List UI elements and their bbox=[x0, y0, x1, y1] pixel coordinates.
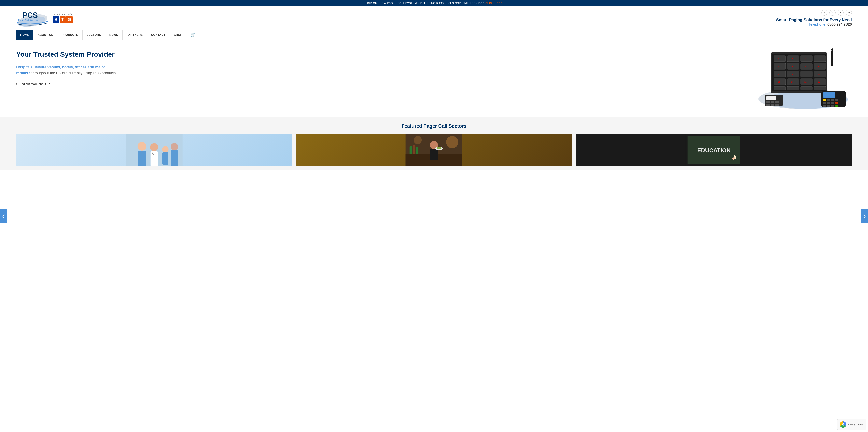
nav-about[interactable]: ABOUT US bbox=[33, 30, 57, 40]
featured-card-healthcare[interactable] bbox=[16, 134, 292, 166]
svg-rect-53 bbox=[827, 102, 830, 104]
site-header: PCS Pager Call Systems in partnership wi… bbox=[0, 6, 868, 30]
svg-text:1: 1 bbox=[778, 58, 779, 60]
svg-rect-50 bbox=[831, 99, 834, 101]
svg-rect-83 bbox=[430, 149, 438, 160]
svg-text:5: 5 bbox=[778, 65, 779, 67]
svg-text:4: 4 bbox=[818, 58, 819, 60]
svg-point-87 bbox=[414, 136, 422, 144]
featured-title: Featured Pager Call Sectors bbox=[16, 123, 852, 129]
hero-rest-text: throughout the UK are currently using PC… bbox=[30, 71, 117, 75]
svg-rect-27 bbox=[814, 86, 826, 90]
svg-point-69 bbox=[137, 142, 147, 151]
nav-shop[interactable]: SHOP bbox=[170, 30, 187, 40]
hero-product-image: 1 2 3 4 5 6 7 8 9 10 11 12 13 14 15 16 bbox=[754, 44, 852, 109]
svg-text:11: 11 bbox=[805, 73, 807, 75]
svg-rect-13 bbox=[787, 63, 799, 69]
nav-products[interactable]: PRODUCTS bbox=[57, 30, 83, 40]
svg-rect-11 bbox=[814, 56, 826, 62]
svg-rect-9 bbox=[787, 56, 799, 62]
svg-rect-48 bbox=[823, 99, 826, 101]
twitter-icon[interactable]: 𝕏 bbox=[830, 9, 836, 15]
header-contact: f 𝕏 ▶ in Smart Paging Solutions for Ever… bbox=[776, 9, 852, 27]
svg-rect-65 bbox=[766, 104, 770, 106]
svg-rect-62 bbox=[766, 101, 770, 103]
phone-line: Telephone: 0800 774 7320 bbox=[776, 22, 852, 27]
social-icons-group: f 𝕏 ▶ in bbox=[776, 9, 852, 15]
hero-find-out-link[interactable]: > Find out more about us bbox=[16, 82, 50, 86]
svg-rect-15 bbox=[814, 63, 826, 69]
svg-text:7: 7 bbox=[805, 65, 806, 67]
svg-rect-16 bbox=[774, 71, 786, 77]
svg-rect-24 bbox=[774, 86, 786, 90]
svg-rect-49 bbox=[827, 99, 830, 101]
hospitality-image bbox=[296, 134, 572, 166]
svg-text:PCS: PCS bbox=[22, 11, 37, 20]
btg-b-letter: B bbox=[53, 16, 59, 23]
svg-rect-76 bbox=[171, 150, 178, 166]
svg-text:10: 10 bbox=[791, 73, 793, 75]
btg-g-letter: G bbox=[66, 16, 73, 23]
youtube-icon[interactable]: ▶ bbox=[838, 9, 844, 15]
nav-sectors[interactable]: SECTORS bbox=[83, 30, 105, 40]
svg-rect-55 bbox=[835, 102, 838, 104]
svg-rect-8 bbox=[774, 56, 786, 62]
svg-rect-57 bbox=[827, 105, 830, 107]
banner-text: FIND OUT HOW PAGER CALL SYSTEMS IS HELPI… bbox=[366, 2, 485, 5]
nav-home[interactable]: HOME bbox=[16, 30, 33, 40]
svg-rect-47 bbox=[823, 93, 835, 98]
svg-text:EDUCATION: EDUCATION bbox=[697, 147, 731, 154]
svg-rect-54 bbox=[831, 102, 834, 104]
svg-rect-14 bbox=[801, 63, 812, 69]
svg-rect-59 bbox=[835, 105, 838, 107]
hero-title: Your Trusted System Provider bbox=[16, 50, 852, 58]
svg-text:14: 14 bbox=[791, 81, 793, 83]
svg-rect-51 bbox=[835, 99, 838, 101]
svg-rect-61 bbox=[766, 97, 776, 100]
svg-text:16: 16 bbox=[818, 81, 820, 83]
svg-text:6: 6 bbox=[792, 65, 793, 67]
featured-card-education[interactable]: EDUCATION bbox=[576, 134, 852, 166]
svg-rect-70 bbox=[138, 151, 146, 166]
svg-text:13: 13 bbox=[778, 81, 780, 83]
healthcare-image bbox=[16, 134, 292, 166]
svg-rect-66 bbox=[771, 104, 774, 106]
svg-rect-58 bbox=[831, 105, 834, 107]
svg-rect-63 bbox=[771, 101, 774, 103]
linkedin-icon[interactable]: in bbox=[846, 9, 852, 15]
education-image: EDUCATION bbox=[576, 134, 852, 166]
svg-rect-67 bbox=[775, 104, 779, 106]
svg-text:9: 9 bbox=[778, 73, 779, 75]
svg-rect-12 bbox=[774, 63, 786, 69]
svg-text:2: 2 bbox=[792, 58, 793, 60]
btg-partnership: in partnership with B T G bbox=[53, 13, 73, 23]
banner-link[interactable]: CLICK HERE bbox=[485, 2, 502, 5]
btg-logo[interactable]: B T G bbox=[53, 16, 73, 23]
svg-point-75 bbox=[171, 143, 178, 150]
featured-cards-grid: EDUCATION bbox=[16, 134, 852, 166]
nav-news[interactable]: NEWS bbox=[105, 30, 123, 40]
hero-section: Your Trusted System Provider Hospitals, … bbox=[0, 40, 868, 117]
svg-text:8: 8 bbox=[818, 65, 819, 67]
svg-text:12: 12 bbox=[818, 73, 820, 75]
svg-point-85 bbox=[437, 147, 441, 149]
partnership-label: in partnership with bbox=[54, 13, 72, 15]
svg-rect-64 bbox=[775, 101, 779, 103]
featured-card-hospitality[interactable] bbox=[296, 134, 572, 166]
facebook-icon[interactable]: f bbox=[822, 9, 828, 15]
btg-t-letter: T bbox=[60, 16, 65, 23]
main-navigation: HOME ABOUT US PRODUCTS SECTORS NEWS PART… bbox=[0, 30, 868, 40]
phone-label: Telephone: bbox=[809, 22, 827, 26]
nav-contact[interactable]: CONTACT bbox=[147, 30, 170, 40]
svg-point-71 bbox=[150, 143, 158, 151]
nav-partners[interactable]: PARTNERS bbox=[123, 30, 147, 40]
cart-icon[interactable]: 🛒 bbox=[190, 32, 195, 37]
hero-description: Hospitals, leisure venues, hotels, offic… bbox=[16, 64, 118, 76]
svg-rect-81 bbox=[416, 146, 418, 154]
covid-banner: FIND OUT HOW PAGER CALL SYSTEMS IS HELPI… bbox=[0, 0, 868, 6]
featured-section: Featured Pager Call Sectors bbox=[0, 117, 868, 170]
svg-point-45 bbox=[831, 48, 833, 51]
phone-number[interactable]: 0800 774 7320 bbox=[828, 22, 852, 26]
svg-rect-26 bbox=[801, 86, 812, 90]
pcs-logo[interactable]: PCS Pager Call Systems bbox=[16, 9, 49, 27]
